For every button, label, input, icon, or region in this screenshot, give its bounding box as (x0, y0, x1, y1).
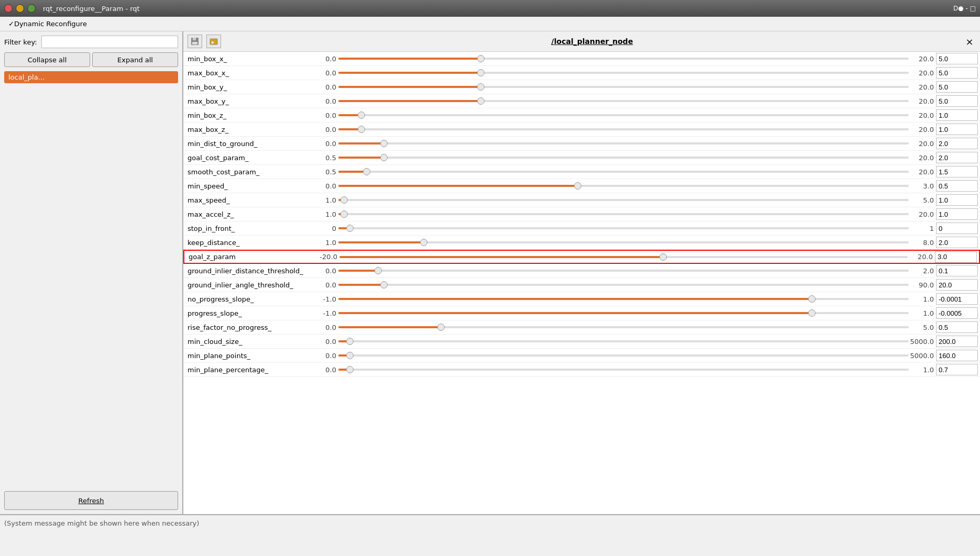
slider-thumb[interactable] (477, 83, 485, 91)
param-slider[interactable] (338, 82, 909, 92)
slider-thumb[interactable] (477, 69, 485, 76)
param-slider[interactable] (338, 337, 909, 346)
param-value-input[interactable] (936, 321, 978, 333)
param-value-input[interactable] (936, 166, 978, 177)
save-icon-button[interactable] (188, 35, 202, 48)
expand-all-button[interactable]: Expand all (92, 52, 178, 67)
filter-input[interactable] (41, 36, 178, 48)
param-value-input[interactable] (936, 307, 978, 319)
param-row: max_speed_ 1.0 5.0 (183, 193, 980, 207)
slider-thumb[interactable] (477, 55, 485, 62)
slider-thumb[interactable] (437, 324, 445, 331)
param-slider[interactable] (338, 351, 909, 360)
param-min: 0.0 (311, 126, 338, 134)
param-slider[interactable] (338, 54, 909, 63)
slider-thumb[interactable] (477, 97, 485, 105)
param-slider[interactable] (338, 125, 909, 134)
slider-thumb[interactable] (340, 210, 348, 218)
slider-thumb[interactable] (420, 239, 427, 246)
minimize-window-button[interactable] (16, 4, 24, 13)
slider-thumb[interactable] (574, 182, 581, 190)
close-panel-button[interactable]: × (963, 35, 976, 48)
param-value-input[interactable] (936, 152, 978, 163)
collapse-expand-row: Collapse all Expand all (4, 52, 178, 67)
param-value-input[interactable] (936, 95, 978, 107)
close-window-button[interactable] (4, 4, 13, 13)
param-slider[interactable] (338, 294, 909, 304)
param-value-input[interactable] (936, 364, 978, 375)
param-value-input[interactable] (936, 194, 978, 206)
param-name: keep_distance_ (185, 239, 311, 247)
slider-thumb[interactable] (346, 366, 354, 373)
param-slider[interactable] (338, 224, 909, 233)
slider-fill (338, 312, 812, 314)
param-slider[interactable] (338, 96, 909, 106)
param-slider[interactable] (338, 139, 909, 148)
param-max: 5000.0 (909, 338, 936, 346)
param-value-input[interactable] (936, 265, 978, 276)
tree-item-local-planner[interactable]: local_pla... (4, 71, 178, 83)
param-slider[interactable] (338, 308, 909, 318)
slider-thumb[interactable] (659, 253, 667, 261)
slider-thumb[interactable] (808, 295, 816, 303)
slider-thumb[interactable] (358, 112, 365, 119)
param-max: 2.0 (909, 267, 936, 275)
maximize-window-button[interactable] (27, 4, 36, 13)
param-value-input[interactable] (936, 180, 978, 192)
param-value-input[interactable] (936, 67, 978, 79)
param-row: min_box_z_ 0.0 20.0 (183, 108, 980, 123)
param-slider[interactable] (338, 181, 909, 191)
slider-thumb[interactable] (380, 281, 388, 288)
param-name: goal_z_param (186, 253, 312, 261)
slider-thumb[interactable] (346, 338, 354, 345)
slider-thumb[interactable] (346, 225, 354, 232)
param-max: 5.0 (909, 324, 936, 331)
param-slider[interactable] (338, 238, 909, 247)
param-row: min_cloud_size_ 0.0 5000.0 (183, 335, 980, 349)
param-value-input[interactable] (936, 138, 978, 149)
slider-thumb[interactable] (346, 352, 354, 359)
param-slider[interactable] (338, 195, 909, 205)
slider-fill (339, 256, 663, 258)
param-slider[interactable] (338, 110, 909, 120)
param-value-input[interactable] (936, 350, 978, 361)
slider-thumb[interactable] (340, 196, 348, 204)
param-slider[interactable] (338, 68, 909, 77)
refresh-button[interactable]: Refresh (4, 491, 178, 510)
param-slider[interactable] (338, 280, 909, 290)
slider-track (338, 354, 909, 357)
collapse-all-button[interactable]: Collapse all (4, 52, 90, 67)
param-slider[interactable] (339, 252, 908, 262)
param-min: -1.0 (311, 309, 338, 317)
param-value-input[interactable] (936, 124, 978, 135)
param-slider[interactable] (338, 365, 909, 374)
param-slider[interactable] (338, 153, 909, 162)
param-slider[interactable] (338, 266, 909, 275)
param-value-input[interactable] (936, 109, 978, 121)
param-slider[interactable] (338, 209, 909, 219)
param-value-input[interactable] (935, 251, 977, 263)
param-slider[interactable] (338, 167, 909, 176)
slider-thumb[interactable] (808, 309, 816, 317)
dynamic-reconfigure-menu[interactable]: ✓Dynamic Reconfigure (4, 19, 91, 29)
param-value-input[interactable] (936, 81, 978, 93)
param-max: 1 (909, 225, 936, 232)
param-min: 0.0 (311, 324, 338, 331)
param-value-input[interactable] (936, 208, 978, 220)
param-value-input[interactable] (936, 237, 978, 248)
slider-thumb[interactable] (380, 140, 388, 147)
param-value-input[interactable] (936, 279, 978, 291)
param-slider[interactable] (338, 323, 909, 332)
load-icon-button[interactable]: ▶ (206, 35, 221, 48)
param-value-input[interactable] (936, 223, 978, 234)
slider-thumb[interactable] (375, 267, 382, 274)
param-max: 20.0 (909, 112, 936, 119)
param-value-input[interactable] (936, 336, 978, 347)
param-row: progress_slope_ -1.0 1.0 (183, 306, 980, 320)
slider-thumb[interactable] (358, 126, 365, 133)
slider-thumb[interactable] (363, 168, 370, 175)
param-value-input[interactable] (936, 293, 978, 305)
param-value-input[interactable] (936, 53, 978, 64)
param-row: goal_cost_param_ 0.5 20.0 (183, 151, 980, 165)
slider-thumb[interactable] (380, 154, 388, 161)
